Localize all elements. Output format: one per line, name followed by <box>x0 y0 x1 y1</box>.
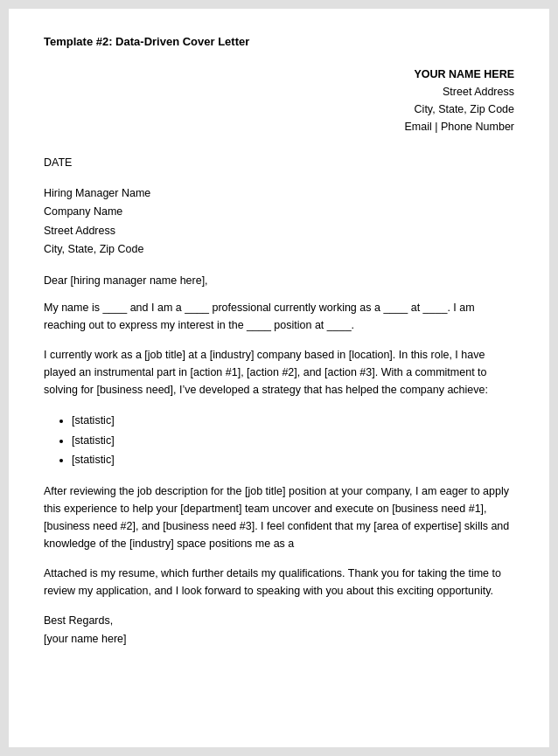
closing-section: Best Regards, [your name here] <box>44 612 514 649</box>
list-item: [statistic] <box>72 431 514 451</box>
template-title: Template #2: Data-Driven Cover Letter <box>44 35 514 48</box>
sender-email-phone: Email | Phone Number <box>404 118 514 135</box>
paragraph-2: I currently work as a [job title] at a [… <box>44 346 514 399</box>
paragraph-3: After reviewing the job description for … <box>44 482 514 552</box>
paragraph-1: My name is ____ and I am a ____ professi… <box>44 299 514 334</box>
salutation: Dear [hiring manager name here], <box>44 274 514 287</box>
recipient-company: Company Name <box>44 203 514 221</box>
list-item: [statistic] <box>72 450 514 470</box>
closing-name: [your name here] <box>44 630 514 648</box>
recipient-street: Street Address <box>44 222 514 240</box>
recipient-city-state-zip: City, State, Zip Code <box>44 240 514 259</box>
page-container: Template #2: Data-Driven Cover Letter YO… <box>9 9 549 747</box>
date-label: DATE <box>44 156 72 169</box>
header-section: YOUR NAME HERE Street Address City, Stat… <box>44 66 514 135</box>
sender-street: Street Address <box>404 83 514 101</box>
date-section: DATE <box>44 156 514 169</box>
closing-regards: Best Regards, <box>44 612 514 630</box>
sender-info: YOUR NAME HERE Street Address City, Stat… <box>404 66 514 135</box>
recipient-manager: Hiring Manager Name <box>44 184 514 203</box>
sender-city-state-zip: City, State, Zip Code <box>404 101 514 118</box>
paragraph-4: Attached is my resume, which further det… <box>44 565 514 600</box>
bullet-list: [statistic][statistic][statistic] <box>72 411 514 470</box>
sender-name: YOUR NAME HERE <box>404 66 514 83</box>
recipient-section: Hiring Manager Name Company Name Street … <box>44 184 514 259</box>
list-item: [statistic] <box>72 411 514 431</box>
